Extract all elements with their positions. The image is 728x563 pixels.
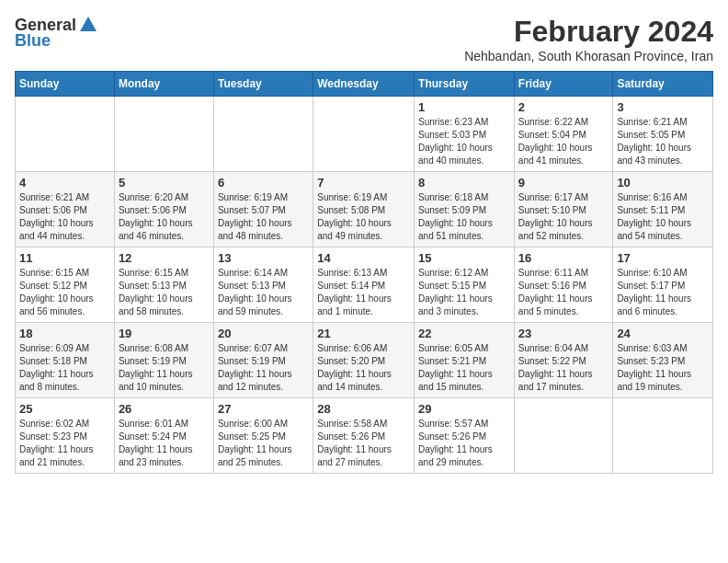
day-info: Sunrise: 6:02 AMSunset: 5:23 PMDaylight:… (19, 418, 110, 469)
calendar-cell: 4Sunrise: 6:21 AMSunset: 5:06 PMDaylight… (16, 172, 115, 247)
day-info: Sunrise: 6:08 AMSunset: 5:19 PMDaylight:… (119, 342, 210, 394)
day-info: Sunrise: 6:20 AMSunset: 5:06 PMDaylight:… (119, 191, 210, 243)
day-number: 25 (19, 402, 110, 416)
day-info: Sunrise: 5:57 AMSunset: 5:26 PMDaylight:… (418, 418, 510, 469)
day-number: 12 (119, 251, 210, 265)
calendar-cell: 23Sunrise: 6:04 AMSunset: 5:22 PMDayligh… (514, 323, 613, 398)
calendar-cell: 11Sunrise: 6:15 AMSunset: 5:12 PMDayligh… (16, 247, 115, 323)
day-info: Sunrise: 6:18 AMSunset: 5:09 PMDaylight:… (418, 191, 510, 243)
calendar-cell: 2Sunrise: 6:22 AMSunset: 5:04 PMDaylight… (514, 97, 613, 172)
day-info: Sunrise: 6:05 AMSunset: 5:21 PMDaylight:… (418, 342, 510, 394)
location-subtitle: Nehbandan, South Khorasan Province, Iran (464, 49, 713, 63)
day-info: Sunrise: 5:58 AMSunset: 5:26 PMDaylight:… (317, 418, 410, 469)
day-number: 23 (518, 327, 609, 340)
calendar-cell: 21Sunrise: 6:06 AMSunset: 5:20 PMDayligh… (313, 323, 415, 398)
day-info: Sunrise: 6:07 AMSunset: 5:19 PMDaylight:… (218, 342, 309, 394)
day-number: 5 (119, 176, 210, 190)
header: General Blue February 2024 Nehbandan, So… (15, 15, 713, 63)
day-number: 10 (617, 176, 709, 190)
calendar-cell: 14Sunrise: 6:13 AMSunset: 5:14 PMDayligh… (313, 247, 415, 323)
calendar-cell: 18Sunrise: 6:09 AMSunset: 5:18 PMDayligh… (16, 323, 115, 398)
calendar-cell: 27Sunrise: 6:00 AMSunset: 5:25 PMDayligh… (213, 398, 313, 474)
weekday-header-row: SundayMondayTuesdayWednesdayThursdayFrid… (16, 72, 713, 97)
day-number: 8 (418, 176, 510, 190)
weekday-header-tuesday: Tuesday (213, 72, 313, 97)
calendar-week-row: 4Sunrise: 6:21 AMSunset: 5:06 PMDaylight… (16, 172, 713, 247)
day-number: 22 (418, 327, 510, 340)
calendar-cell: 25Sunrise: 6:02 AMSunset: 5:23 PMDayligh… (16, 398, 115, 474)
calendar-cell: 22Sunrise: 6:05 AMSunset: 5:21 PMDayligh… (415, 323, 515, 398)
day-info: Sunrise: 6:13 AMSunset: 5:14 PMDaylight:… (317, 267, 410, 318)
calendar-cell: 9Sunrise: 6:17 AMSunset: 5:10 PMDaylight… (514, 172, 613, 247)
day-info: Sunrise: 6:10 AMSunset: 5:17 PMDaylight:… (617, 267, 709, 318)
day-number: 9 (518, 176, 609, 190)
day-number: 28 (317, 402, 410, 416)
day-number: 14 (317, 251, 410, 265)
day-number: 13 (218, 251, 309, 265)
day-info: Sunrise: 6:14 AMSunset: 5:13 PMDaylight:… (218, 267, 309, 318)
day-info: Sunrise: 6:09 AMSunset: 5:18 PMDaylight:… (19, 342, 110, 394)
day-number: 26 (119, 402, 210, 416)
calendar-cell: 8Sunrise: 6:18 AMSunset: 5:09 PMDaylight… (415, 172, 515, 247)
weekday-header-saturday: Saturday (613, 72, 713, 97)
calendar-cell: 24Sunrise: 6:03 AMSunset: 5:23 PMDayligh… (613, 323, 713, 398)
calendar-cell (313, 97, 415, 172)
calendar-cell (514, 398, 613, 474)
day-number: 17 (617, 251, 709, 265)
day-number: 27 (218, 402, 309, 416)
month-year-title: February 2024 (464, 15, 713, 49)
calendar-cell: 13Sunrise: 6:14 AMSunset: 5:13 PMDayligh… (213, 247, 313, 323)
day-info: Sunrise: 6:12 AMSunset: 5:15 PMDaylight:… (418, 267, 510, 318)
calendar-week-row: 25Sunrise: 6:02 AMSunset: 5:23 PMDayligh… (16, 398, 713, 474)
day-number: 7 (317, 176, 410, 190)
day-number: 1 (418, 100, 510, 114)
calendar-week-row: 1Sunrise: 6:23 AMSunset: 5:03 PMDaylight… (16, 97, 713, 172)
day-number: 18 (19, 327, 110, 340)
day-number: 2 (518, 100, 609, 114)
calendar-week-row: 11Sunrise: 6:15 AMSunset: 5:12 PMDayligh… (16, 247, 713, 323)
calendar-week-row: 18Sunrise: 6:09 AMSunset: 5:18 PMDayligh… (16, 323, 713, 398)
day-number: 15 (418, 251, 510, 265)
day-info: Sunrise: 6:21 AMSunset: 5:06 PMDaylight:… (19, 191, 110, 243)
day-info: Sunrise: 6:11 AMSunset: 5:16 PMDaylight:… (518, 267, 609, 318)
day-number: 24 (617, 327, 709, 340)
calendar-cell: 20Sunrise: 6:07 AMSunset: 5:19 PMDayligh… (213, 323, 313, 398)
day-info: Sunrise: 6:04 AMSunset: 5:22 PMDaylight:… (518, 342, 609, 394)
day-number: 20 (218, 327, 309, 340)
calendar-cell: 6Sunrise: 6:19 AMSunset: 5:07 PMDaylight… (213, 172, 313, 247)
day-number: 16 (518, 251, 609, 265)
svg-marker-0 (80, 17, 97, 31)
day-number: 6 (218, 176, 309, 190)
day-info: Sunrise: 6:19 AMSunset: 5:07 PMDaylight:… (218, 191, 309, 243)
calendar-cell (16, 97, 115, 172)
calendar-cell: 1Sunrise: 6:23 AMSunset: 5:03 PMDaylight… (415, 97, 515, 172)
day-info: Sunrise: 6:17 AMSunset: 5:10 PMDaylight:… (518, 191, 609, 243)
calendar-cell: 16Sunrise: 6:11 AMSunset: 5:16 PMDayligh… (514, 247, 613, 323)
day-info: Sunrise: 6:15 AMSunset: 5:12 PMDaylight:… (19, 267, 110, 318)
weekday-header-wednesday: Wednesday (313, 72, 415, 97)
calendar-table: SundayMondayTuesdayWednesdayThursdayFrid… (15, 71, 713, 474)
calendar-cell: 15Sunrise: 6:12 AMSunset: 5:15 PMDayligh… (415, 247, 515, 323)
day-info: Sunrise: 6:16 AMSunset: 5:11 PMDaylight:… (617, 191, 709, 243)
day-info: Sunrise: 6:15 AMSunset: 5:13 PMDaylight:… (119, 267, 210, 318)
day-info: Sunrise: 6:06 AMSunset: 5:20 PMDaylight:… (317, 342, 410, 394)
day-number: 19 (119, 327, 210, 340)
day-number: 4 (19, 176, 110, 190)
day-info: Sunrise: 6:00 AMSunset: 5:25 PMDaylight:… (218, 418, 309, 469)
weekday-header-sunday: Sunday (16, 72, 115, 97)
calendar-cell: 19Sunrise: 6:08 AMSunset: 5:19 PMDayligh… (114, 323, 213, 398)
day-info: Sunrise: 6:23 AMSunset: 5:03 PMDaylight:… (418, 116, 510, 167)
day-info: Sunrise: 6:21 AMSunset: 5:05 PMDaylight:… (617, 116, 709, 167)
day-info: Sunrise: 6:01 AMSunset: 5:24 PMDaylight:… (119, 418, 210, 469)
logo-icon (78, 15, 98, 35)
calendar-cell (114, 97, 213, 172)
weekday-header-monday: Monday (114, 72, 213, 97)
calendar-cell: 7Sunrise: 6:19 AMSunset: 5:08 PMDaylight… (313, 172, 415, 247)
calendar-cell (213, 97, 313, 172)
calendar-cell: 3Sunrise: 6:21 AMSunset: 5:05 PMDaylight… (613, 97, 713, 172)
calendar-cell: 10Sunrise: 6:16 AMSunset: 5:11 PMDayligh… (613, 172, 713, 247)
calendar-cell: 29Sunrise: 5:57 AMSunset: 5:26 PMDayligh… (415, 398, 515, 474)
weekday-header-friday: Friday (514, 72, 613, 97)
logo: General Blue (15, 15, 98, 51)
calendar-cell: 5Sunrise: 6:20 AMSunset: 5:06 PMDaylight… (114, 172, 213, 247)
